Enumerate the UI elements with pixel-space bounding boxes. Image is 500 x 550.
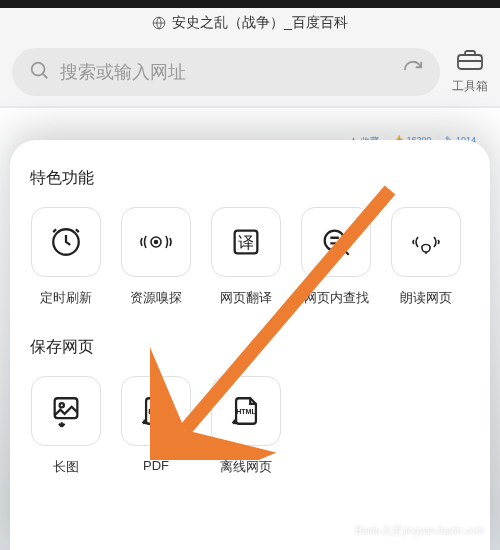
features-grid: 定时刷新 资源嗅探 译 网页翻译 网页内查找 朗读网页 (30, 207, 470, 307)
svg-point-10 (60, 403, 64, 407)
read-aloud-icon (391, 207, 461, 277)
status-bar (0, 0, 500, 8)
svg-text:HTML: HTML (236, 408, 256, 416)
resource-sniff-icon (121, 207, 191, 277)
tile-offline-page[interactable]: HTML 离线网页 (210, 376, 282, 476)
svg-text:PDF: PDF (148, 407, 164, 416)
bottom-sheet: 特色功能 定时刷新 资源嗅探 译 网页翻译 网页内查找 (10, 140, 490, 550)
tab-title-bar: 安史之乱（战争）_百度百科 (0, 8, 500, 38)
toolbox-label: 工具箱 (452, 78, 488, 95)
svg-point-1 (32, 63, 45, 76)
translate-icon: 译 (211, 207, 281, 277)
svg-point-5 (155, 241, 158, 244)
search-icon (28, 59, 50, 85)
timed-refresh-icon (31, 207, 101, 277)
tile-timed-refresh[interactable]: 定时刷新 (30, 207, 102, 307)
tile-pdf[interactable]: PDF PDF (120, 376, 192, 476)
search-input[interactable] (60, 62, 392, 83)
section-title-save: 保存网页 (30, 337, 470, 358)
toolbox-button[interactable]: 工具箱 (452, 49, 488, 95)
globe-icon (152, 16, 166, 30)
tile-label: PDF (143, 458, 169, 473)
tile-find-in-page[interactable]: 网页内查找 (300, 207, 372, 307)
find-in-page-icon (301, 207, 371, 277)
tile-label: 网页翻译 (220, 289, 272, 307)
svg-point-8 (325, 231, 345, 251)
toolbox-icon (456, 49, 484, 74)
tile-translate[interactable]: 译 网页翻译 (210, 207, 282, 307)
watermark: Baidu百度 jingyan.baidu.com (355, 524, 484, 538)
tile-label: 朗读网页 (400, 289, 452, 307)
search-row: 工具箱 (0, 38, 500, 106)
long-screenshot-icon (31, 376, 101, 446)
search-box[interactable] (12, 48, 440, 96)
tile-read-aloud[interactable]: 朗读网页 (390, 207, 462, 307)
offline-page-icon: HTML (211, 376, 281, 446)
tile-label: 定时刷新 (40, 289, 92, 307)
tile-resource-sniff[interactable]: 资源嗅探 (120, 207, 192, 307)
tile-label: 离线网页 (220, 458, 272, 476)
refresh-icon[interactable] (402, 59, 424, 85)
tile-label: 网页内查找 (304, 289, 369, 307)
tile-label: 长图 (53, 458, 79, 476)
tile-long-screenshot[interactable]: 长图 (30, 376, 102, 476)
svg-text:译: 译 (238, 234, 254, 251)
save-grid: 长图 PDF PDF HTML 离线网页 (30, 376, 470, 476)
svg-rect-2 (458, 55, 482, 69)
tile-label: 资源嗅探 (130, 289, 182, 307)
tab-title-text: 安史之乱（战争）_百度百科 (172, 14, 348, 32)
section-title-features: 特色功能 (30, 168, 470, 189)
pdf-icon: PDF (121, 376, 191, 446)
